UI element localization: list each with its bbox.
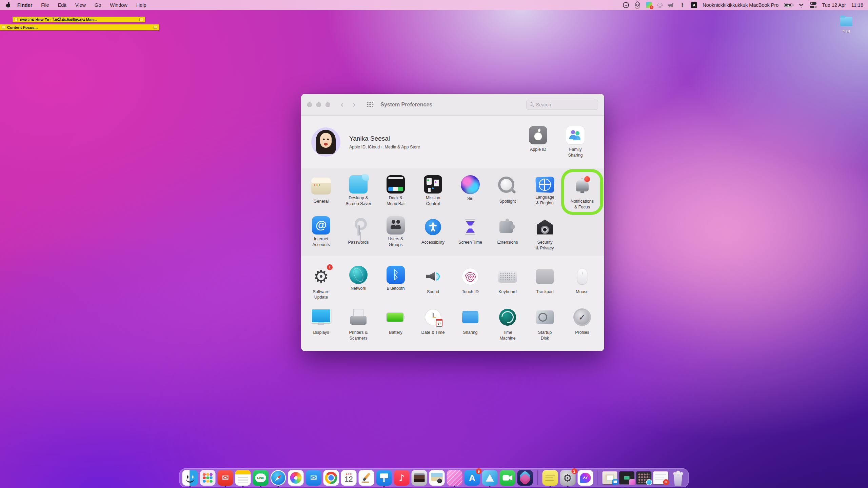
menu-window[interactable]: Window (105, 0, 132, 10)
dock-preview[interactable] (429, 470, 445, 486)
dock-safari[interactable] (271, 470, 286, 486)
pref-desktop-screen-saver[interactable]: Desktop & Screen Saver (340, 173, 377, 214)
account-item-apple-id[interactable]: Apple ID (519, 126, 557, 158)
zoom-button[interactable] (326, 102, 330, 107)
menubar-date[interactable]: Tue 12 Apr (822, 2, 846, 8)
dock-mail-blue[interactable] (306, 470, 321, 486)
creative-cloud-icon[interactable] (623, 2, 629, 8)
pref-trackpad[interactable]: Trackpad (526, 264, 564, 305)
menubar-time[interactable]: 11:16 (851, 2, 863, 8)
pref-printers-scanners[interactable]: Printers & Scanners (340, 304, 377, 345)
alfred-icon[interactable] (691, 2, 697, 8)
pref-extensions[interactable]: Extensions (489, 214, 526, 255)
dock-launchpad[interactable] (200, 470, 216, 486)
pref-sharing[interactable]: Sharing (452, 304, 489, 345)
pref-screen-time[interactable]: Screen Time (452, 214, 489, 255)
menu-help[interactable]: Help (132, 0, 151, 10)
bluetooth-icon[interactable] (679, 2, 686, 8)
menu-finder[interactable]: Finder (13, 0, 37, 10)
dock-trash[interactable] (670, 470, 686, 486)
layers-icon[interactable] (634, 2, 640, 8)
pref-software-update[interactable]: 1Software Update (302, 264, 340, 305)
dock-mail-red[interactable] (218, 470, 233, 486)
dock-line[interactable] (253, 470, 269, 486)
pref-spotlight[interactable]: Spotlight (489, 173, 526, 214)
dock-window-thumb-safari[interactable] (636, 470, 651, 484)
pref-language-region[interactable]: Language & Region (526, 173, 564, 214)
pref-mission-control[interactable]: Mission Control (414, 173, 452, 214)
dock-window-thumb-affinity[interactable] (619, 470, 634, 484)
dock-affinity-designer[interactable] (482, 470, 498, 486)
forward-button[interactable]: › (353, 101, 356, 109)
pref-network[interactable]: Network (340, 264, 377, 305)
dock-chrome[interactable] (323, 470, 339, 486)
dock-window-thumb-keynote[interactable] (603, 470, 617, 484)
pref-general[interactable]: General (302, 173, 340, 214)
dock-messenger[interactable] (577, 470, 593, 486)
dock-music[interactable] (394, 470, 410, 486)
spiral-icon[interactable] (657, 3, 663, 8)
back-button[interactable]: ‹ (340, 101, 344, 109)
menu-view[interactable]: View (71, 0, 90, 10)
menu-edit[interactable]: Edit (54, 0, 71, 10)
dock-window-thumb-mail[interactable] (653, 470, 668, 484)
pref-passwords[interactable]: Passwords (340, 214, 377, 255)
dock-system-preferences[interactable]: 1 (560, 470, 575, 486)
pref-startup-disk[interactable]: Startup Disk (526, 304, 564, 345)
dock-calendar[interactable]: APR12 (341, 470, 357, 486)
pref-siri[interactable]: Siri (452, 173, 489, 214)
sticky-note-titlebar-2[interactable]: Content Focus... (0, 24, 159, 30)
pref-users-groups[interactable]: Users & Groups (377, 214, 414, 255)
dock-pages[interactable] (359, 470, 374, 486)
dock-shortcuts[interactable] (517, 470, 533, 486)
menu-go[interactable]: Go (90, 0, 105, 10)
user-avatar[interactable] (311, 127, 340, 157)
control-center-icon[interactable] (810, 2, 816, 8)
sticky-collapse-icon[interactable] (139, 18, 143, 21)
dock-photo-booth[interactable] (412, 470, 427, 486)
dock-photos[interactable] (288, 470, 304, 486)
desktop-folder[interactable]: รวม (835, 17, 857, 35)
pref-dock-menu-bar[interactable]: Dock & Menu Bar (377, 173, 414, 214)
sticky-note-titlebar-1[interactable]: บทความ How To : ไลน์ไม่แจ้งเตือนบน Mac..… (13, 17, 145, 22)
show-all-grid-icon[interactable] (367, 102, 373, 107)
pref-time-machine[interactable]: Time Machine (489, 304, 526, 345)
search-input[interactable] (536, 102, 595, 107)
dock-facetime[interactable] (500, 470, 515, 486)
pref-keyboard[interactable]: Keyboard (489, 264, 526, 305)
dock-stickies[interactable] (542, 470, 558, 486)
dock-notes[interactable] (235, 470, 251, 486)
pref-bluetooth[interactable]: Bluetooth (377, 264, 414, 305)
search-field[interactable] (526, 100, 598, 110)
dock-affinity-photo[interactable] (447, 470, 462, 486)
pref-profiles[interactable]: Profiles (564, 304, 601, 345)
pref-touch-id[interactable]: Touch ID (452, 264, 489, 305)
menu-file[interactable]: File (37, 0, 53, 10)
sync-alert-icon[interactable] (646, 2, 652, 8)
sticky-close-icon[interactable] (15, 18, 18, 21)
window-titlebar[interactable]: ‹ › System Preferences (301, 94, 604, 116)
account-item-family-sharing[interactable]: Family Sharing (557, 126, 594, 158)
dock-keynote[interactable] (376, 470, 392, 486)
pref-notifications-focus[interactable]: Notifications & Focus (564, 173, 601, 214)
pref-internet-accounts[interactable]: Internet Accounts (302, 214, 340, 255)
pref-battery-pref[interactable]: Battery (377, 304, 414, 345)
pref-displays[interactable]: Displays (302, 304, 340, 345)
pref-label: Dock & Menu Bar (387, 195, 405, 207)
pref-security-privacy[interactable]: Security & Privacy (526, 214, 564, 255)
close-button[interactable] (307, 102, 312, 107)
minimize-button[interactable] (316, 102, 321, 107)
apple-menu-icon[interactable] (5, 2, 11, 8)
pref-accessibility[interactable]: Accessibility (414, 214, 452, 255)
pref-sound[interactable]: Sound (414, 264, 452, 305)
mic-muted-icon[interactable] (668, 2, 674, 8)
pref-date-time[interactable]: Date & Time (414, 304, 452, 345)
sticky-close-icon[interactable] (2, 26, 5, 29)
battery-charging-icon[interactable] (784, 3, 792, 7)
user-name: Yanika Seesai (349, 135, 420, 142)
dock-finder[interactable] (182, 470, 198, 486)
dock-app-store[interactable]: 5 (465, 470, 480, 486)
pref-mouse[interactable]: Mouse (564, 264, 601, 305)
wifi-icon[interactable] (798, 3, 805, 8)
sticky-collapse-icon[interactable] (154, 26, 157, 29)
